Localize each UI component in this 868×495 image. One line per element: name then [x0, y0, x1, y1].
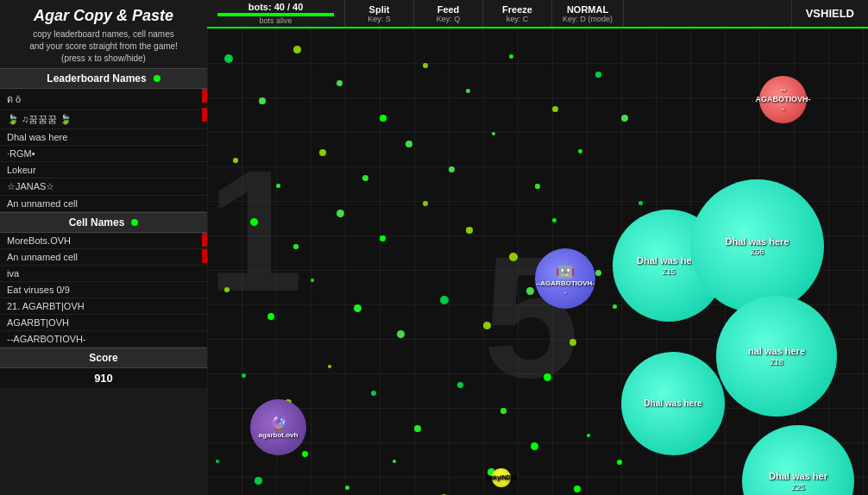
- food-dot: [397, 330, 405, 338]
- cell-heart: --AGABOTIOVH--: [759, 76, 807, 123]
- game-canvas: 1 5 --AGABOTIOVH-- Dhal was here Z15 Dha…: [207, 28, 868, 495]
- cell-name-item[interactable]: Eat viruses 0/9: [0, 282, 207, 298]
- vshield-label: VSHIELD: [806, 7, 854, 20]
- food-dot: [255, 477, 262, 485]
- food-dot: [216, 460, 219, 463]
- leaderboard-list: ด ō🍃 ♫꿈꿈꿈 🍃Dhal was here·RGM•Lokeur☆JANA…: [0, 89, 207, 212]
- food-dot: [595, 72, 601, 78]
- cell-name-item[interactable]: --AGARBOTIOVH-: [0, 331, 207, 348]
- food-dot: [337, 80, 343, 86]
- food-dot: [345, 486, 349, 490]
- food-dot: [293, 244, 299, 249]
- food-dot: [414, 425, 421, 432]
- cell-nal: nal was here Z18: [716, 296, 837, 417]
- food-dot: [552, 218, 557, 222]
- food-dot: [595, 270, 601, 276]
- food-dot: [380, 115, 387, 122]
- freeze-section[interactable]: Freeze key: C: [483, 0, 552, 27]
- green-dot-leaderboard: [154, 75, 160, 82]
- food-dot: [613, 304, 617, 309]
- food-dot: [509, 54, 513, 59]
- food-dot: [552, 106, 558, 112]
- leaderboard-item[interactable]: ด ō: [0, 89, 207, 110]
- leaderboard-item[interactable]: ☆JANAS☆: [0, 179, 207, 196]
- leaderboard-item[interactable]: ·RGM•: [0, 146, 207, 162]
- food-dot: [535, 184, 540, 189]
- food-dot: [302, 451, 308, 457]
- bots-section: bots: 40 / 40 bots alive: [207, 0, 345, 27]
- food-dot: [393, 460, 396, 463]
- cell-name-item[interactable]: MoreBots.OVH: [0, 233, 207, 249]
- green-dot-cells: [131, 219, 138, 226]
- bots-sub: bots alive: [259, 16, 292, 25]
- food-dot: [371, 391, 376, 396]
- food-dot: [440, 296, 449, 304]
- split-key: Key: S: [368, 15, 391, 23]
- food-dot: [380, 235, 386, 241]
- cell-dhal-2: Dhal was here Z56: [690, 179, 824, 313]
- red-bar: [202, 89, 207, 103]
- food-dot: [466, 227, 473, 234]
- food-dot: [587, 434, 590, 437]
- freeze-label: Freeze: [502, 4, 532, 15]
- food-dot: [354, 304, 362, 312]
- food-dot: [406, 141, 412, 147]
- food-dot: [224, 287, 230, 292]
- food-dot: [544, 373, 551, 381]
- food-dot: [311, 279, 314, 282]
- cell-purple-bot: 🔮 agarbot.ovh: [250, 399, 306, 455]
- food-dot: [328, 365, 331, 368]
- food-dot: [276, 184, 280, 188]
- sidebar: Agar Copy & Paste copy leaderboard names…: [0, 0, 207, 495]
- food-dot: [293, 46, 301, 53]
- food-dot: [574, 486, 581, 492]
- freeze-key: key: C: [506, 15, 529, 23]
- score-value: 910: [0, 368, 207, 388]
- food-dot: [500, 408, 506, 414]
- leaderboard-item[interactable]: An unnamed cell: [0, 196, 207, 212]
- bots-label: bots: 40 / 40: [248, 2, 304, 12]
- cell-name-item[interactable]: 21. AGARBT|OVH: [0, 298, 207, 315]
- food-dot: [617, 460, 622, 465]
- vshield-section[interactable]: VSHIELD: [791, 0, 868, 27]
- red-bar: [202, 233, 207, 247]
- red-bar: [202, 249, 207, 263]
- food-dot: [509, 253, 518, 261]
- food-dot: [242, 373, 246, 378]
- food-dot: [224, 54, 233, 63]
- normal-label: NORMAL: [567, 4, 608, 15]
- food-dot: [250, 218, 258, 226]
- food-dot: [233, 158, 238, 163]
- sidebar-desc: copy leaderboard names, cell namesand yo…: [9, 28, 198, 65]
- score-section-header: Score: [0, 348, 207, 368]
- cell-names-section-header: Cell Names: [0, 212, 207, 233]
- cell-name-item[interactable]: AGARBT|OVH: [0, 315, 207, 331]
- food-dot: [362, 175, 368, 181]
- leaderboard-item[interactable]: Dhal was here: [0, 129, 207, 146]
- cell-yellow: HakyINDIA: [492, 468, 511, 487]
- leaderboard-section-header: Leaderboard Names: [0, 68, 207, 89]
- cell-name-item[interactable]: iva: [0, 266, 207, 282]
- feed-label: Feed: [437, 4, 460, 15]
- food-dot: [337, 210, 344, 217]
- normal-section[interactable]: NORMAL Key: D (mode): [552, 0, 624, 27]
- watermark-1: 1: [207, 132, 303, 330]
- cell-dhal-4: Dhal was here: [621, 352, 725, 455]
- cell-name-item[interactable]: An unnamed cell: [0, 249, 207, 266]
- split-label: Split: [369, 4, 390, 15]
- red-bar: [202, 108, 207, 122]
- cell-names-list: MoreBots.OVHAn unnamed cellivaEat viruse…: [0, 233, 207, 348]
- food-dot: [259, 97, 266, 104]
- cell-dhal-5: Dhal was her Z25: [742, 425, 854, 495]
- sidebar-header: Agar Copy & Paste copy leaderboard names…: [0, 0, 207, 68]
- food-dot: [423, 63, 428, 68]
- sidebar-title: Agar Copy & Paste: [9, 7, 198, 25]
- leaderboard-item[interactable]: Lokeur: [0, 162, 207, 179]
- split-section[interactable]: Split Key: S: [345, 0, 414, 27]
- food-dot: [621, 115, 628, 122]
- food-dot: [569, 339, 576, 346]
- leaderboard-item[interactable]: 🍃 ♫꿈꿈꿈 🍃: [0, 110, 207, 129]
- food-dot: [483, 322, 491, 329]
- feed-section[interactable]: Feed Key: Q: [414, 0, 483, 27]
- food-dot: [531, 442, 538, 450]
